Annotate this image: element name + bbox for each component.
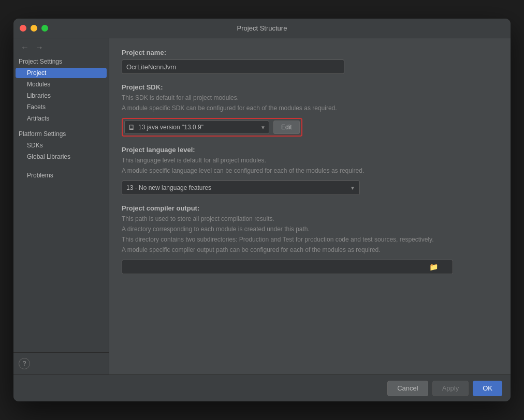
minimize-button[interactable] [31, 25, 37, 32]
cancel-button[interactable]: Cancel [387, 381, 428, 396]
compiler-output-desc2: A directory corresponding to each module… [122, 224, 498, 234]
window-controls [20, 25, 48, 32]
chevron-down-icon-lang: ▼ [350, 185, 355, 191]
sidebar-item-project[interactable]: Project [16, 68, 107, 78]
language-level-desc2: A module specific language level can be … [122, 166, 498, 175]
project-name-input[interactable] [122, 59, 344, 74]
compiler-output-desc1: This path is used to store all project c… [122, 214, 498, 223]
chevron-down-icon: ▼ [260, 125, 266, 130]
sidebar-bottom: ? [13, 352, 109, 374]
sidebar-item-sdks[interactable]: SDKs [16, 140, 107, 151]
sdk-icon: 🖥 [128, 123, 135, 131]
titlebar: Project Structure [13, 19, 511, 38]
edit-sdk-button[interactable]: Edit [273, 121, 300, 134]
language-level-value: 13 - No new language features [126, 184, 211, 191]
project-settings-label: Project Settings [13, 56, 109, 67]
help-button[interactable]: ? [19, 358, 30, 369]
sidebar-item-problems[interactable]: Problems [16, 170, 107, 181]
folder-icon[interactable]: 📁 [429, 263, 438, 271]
sidebar: ← → Project Settings Project Modules Lib… [13, 38, 109, 374]
sidebar-item-libraries[interactable]: Libraries [16, 91, 107, 101]
maximize-button[interactable] [41, 25, 48, 32]
sdk-section-title: Project SDK: [122, 83, 498, 91]
sidebar-nav: ← → [13, 38, 109, 56]
project-name-label: Project name: [122, 49, 498, 56]
forward-button[interactable]: → [33, 42, 46, 53]
sdk-row: 🖥 13 java version "13.0.9" ▼ Edit [122, 118, 302, 137]
language-level-desc1: This language level is default for all p… [122, 156, 498, 165]
main-layout: ← → Project Settings Project Modules Lib… [13, 38, 511, 374]
back-button[interactable]: ← [19, 42, 31, 53]
platform-settings-label: Platform Settings [13, 128, 109, 140]
sidebar-item-facets[interactable]: Facets [16, 102, 107, 112]
project-structure-window: Project Structure ← → Project Settings P… [13, 19, 511, 401]
apply-button[interactable]: Apply [432, 381, 469, 396]
sdk-value: 13 java version "13.0.9" [138, 124, 203, 131]
compiler-output-desc3: This directory contains two subdirectori… [122, 235, 498, 244]
sdk-dropdown[interactable]: 🖥 13 java version "13.0.9" ▼ [124, 121, 269, 134]
compiler-output-desc4: A module specific compiler output path c… [122, 245, 498, 254]
sidebar-item-global-libraries[interactable]: Global Libraries [16, 152, 107, 162]
ok-button[interactable]: OK [473, 381, 502, 396]
bottom-bar: Cancel Apply OK [13, 374, 511, 401]
close-button[interactable] [20, 25, 26, 32]
sidebar-item-artifacts[interactable]: Artifacts [16, 113, 107, 124]
language-level-dropdown[interactable]: 13 - No new language features ▼ [122, 181, 360, 195]
language-level-title: Project language level: [122, 146, 498, 154]
sdk-desc1: This SDK is default for all project modu… [122, 93, 498, 102]
compiler-output-field[interactable]: 📁 [122, 260, 453, 274]
sdk-desc2: A module specific SDK can be configured … [122, 103, 498, 113]
compiler-output-title: Project compiler output: [122, 204, 498, 212]
sidebar-item-modules[interactable]: Modules [16, 79, 107, 89]
window-title: Project Structure [237, 24, 287, 32]
content-panel: Project name: Project SDK: This SDK is d… [109, 38, 511, 374]
